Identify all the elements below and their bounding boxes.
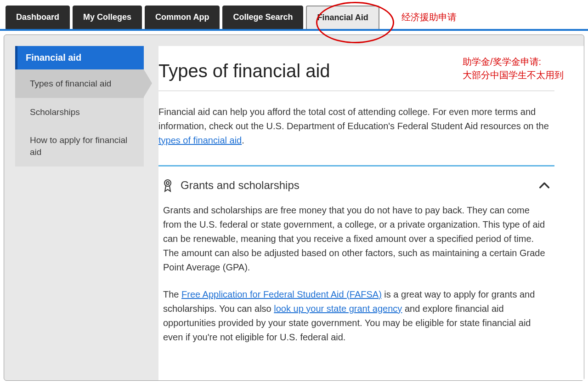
annotation-content-translation: 助学金/奖学金申请: 大部分中国学生不太用到 <box>463 55 564 82</box>
grants-paragraph-1: Grants and scholarships are free money t… <box>163 203 550 275</box>
top-tab-bar: Dashboard My Colleges Common App College… <box>0 0 588 29</box>
sidebar: Financial aid Types of financial aid Sch… <box>15 46 144 166</box>
tab-college-search[interactable]: College Search <box>222 6 303 29</box>
sidebar-item-types[interactable]: Types of financial aid <box>15 69 144 98</box>
sidebar-item-scholarships[interactable]: Scholarships <box>15 98 144 126</box>
title-divider <box>158 91 554 91</box>
svg-point-0 <box>164 180 171 186</box>
tab-common-app[interactable]: Common App <box>145 6 220 29</box>
accordion-header[interactable]: Grants and scholarships <box>158 166 554 197</box>
accordion-body: Grants and scholarships are free money t… <box>158 197 554 362</box>
annotation-tab-translation: 经济援助申请 <box>401 11 457 23</box>
grants-paragraph-2: The Free Application for Federal Student… <box>163 287 550 344</box>
sidebar-heading: Financial aid <box>15 46 144 69</box>
link-fafsa[interactable]: Free Application for Federal Student Aid… <box>181 289 382 299</box>
intro-paragraph: Financial aid can help you afford the to… <box>158 105 554 148</box>
tab-financial-aid[interactable]: Financial Aid <box>306 6 379 29</box>
tab-dashboard[interactable]: Dashboard <box>6 6 70 29</box>
accordion-grants-scholarships: Grants and scholarships Grants and schol… <box>158 165 554 362</box>
award-ribbon-icon <box>162 178 173 192</box>
accordion-title: Grants and scholarships <box>181 179 538 192</box>
svg-point-1 <box>166 182 169 184</box>
link-state-grant-agency[interactable]: look up your state grant agency <box>274 304 402 314</box>
chevron-up-icon <box>538 179 551 192</box>
main-content: 助学金/奖学金申请: 大部分中国学生不太用到 Types of financia… <box>158 46 584 380</box>
sidebar-item-how-to-apply[interactable]: How to apply for financial aid <box>15 126 144 166</box>
tab-my-colleges[interactable]: My Colleges <box>73 6 142 29</box>
link-types-of-financial-aid[interactable]: types of financial aid <box>158 135 242 145</box>
